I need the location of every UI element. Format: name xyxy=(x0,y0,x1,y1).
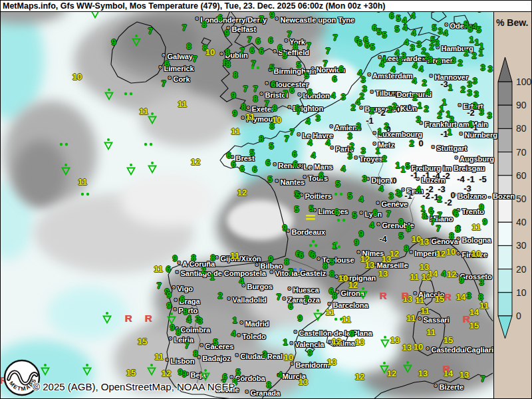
legend-tick-label: 100 xyxy=(516,76,532,87)
legend-tick-label: 0 xyxy=(516,311,521,321)
legend-scale: 1009080706050403020100 xyxy=(494,12,532,399)
legend-tick-label: 50 xyxy=(516,194,527,204)
legend-tick-label: 90 xyxy=(516,100,527,110)
legend-tick-label: 20 xyxy=(516,264,527,275)
legend-tick-label: 80 xyxy=(516,123,527,134)
title-bar: MetMaps.info, Gfs WW-Symbol, Mos Tempera… xyxy=(1,1,532,12)
legend-tick-label: 10 xyxy=(516,287,527,298)
legend-tick-label: 60 xyxy=(516,170,527,181)
legend-tick-label: 70 xyxy=(516,147,527,158)
cloud-cover-legend: % Bew. 1009080706050403020100 xyxy=(493,12,532,399)
map-canvas[interactable] xyxy=(1,1,493,399)
metmaps-logo: METMAPS xyxy=(3,358,41,399)
weather-map-window: % Bew. 1009080706050403020100 ° Londonde… xyxy=(0,0,532,399)
legend-tick-label: 30 xyxy=(516,240,527,251)
legend-tick-label: 40 xyxy=(516,217,527,227)
copyright-text: © 2025 (AGB), OpenStreetMap, NOAA NCEP xyxy=(33,381,235,392)
